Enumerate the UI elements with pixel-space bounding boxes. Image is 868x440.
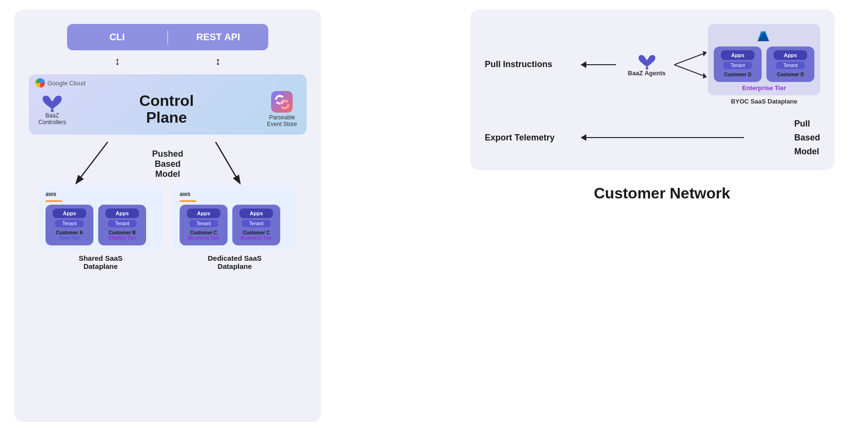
apps-badge-a: Apps xyxy=(53,208,86,218)
customer-d1-label: Customer D xyxy=(724,72,752,77)
arrow-up-down-2: ↕ xyxy=(216,56,221,67)
business-tier-label-2: Business Tier xyxy=(240,235,272,241)
baaz-to-byoc-arrows xyxy=(673,46,708,84)
byoc-inner-box: Apps Tenant Customer D Apps Tenant Custo… xyxy=(708,24,820,95)
google-cloud-icon xyxy=(35,78,45,88)
control-plane-box: Google Cloud BaaZControllers ControlPlan… xyxy=(29,74,307,135)
parseable-swirl-icon xyxy=(271,91,293,113)
baaz-controllers-label: BaaZControllers xyxy=(38,112,66,126)
svg-line-3 xyxy=(77,142,108,183)
export-telemetry-label: Export Telemetry xyxy=(485,133,576,143)
pull-model-text: PullBasedModel xyxy=(794,117,820,158)
tenant-badge-c2: Tenant xyxy=(242,220,271,227)
tenant-badge-c1: Tenant xyxy=(189,220,218,227)
right-inner-box: Pull Instructions BaaZ Agents xyxy=(470,10,834,170)
byoc-dataplane-label: BYOC SaaS Dataplane xyxy=(731,98,798,105)
pull-left-arrowhead xyxy=(581,61,586,68)
google-cloud-label: Google Cloud xyxy=(35,78,86,88)
tenant-card-c1: Apps Tenant Customer C Business Tier xyxy=(180,205,228,245)
export-left-arrowhead xyxy=(581,134,586,141)
export-arrow-line xyxy=(586,137,744,138)
shared-saas-panel: aws Apps Tenant Customer A Free Tier xyxy=(38,185,163,250)
apps-badge-d1: Apps xyxy=(721,50,754,60)
pushed-model-label: PushedBasedModel xyxy=(152,149,183,179)
business-tier-label-1: Business Tier xyxy=(188,235,219,241)
baaz-bird-icon xyxy=(40,93,64,112)
azure-icon xyxy=(757,30,771,44)
apps-badge-c2: Apps xyxy=(240,208,273,218)
baaz-controller: BaaZControllers xyxy=(38,93,66,126)
dedicated-saas-panel: aws Apps Tenant Customer C Business Tier xyxy=(172,185,297,250)
startup-tier-label: StartUp Tier xyxy=(108,235,136,241)
free-tier-label: Free Tier xyxy=(59,235,80,241)
svg-line-4 xyxy=(216,142,240,183)
tenant-card-b: Apps Tenant Customer B StartUp Tier xyxy=(98,205,146,245)
byoc-tenant-card-d2: Apps Tenant Customer D xyxy=(766,46,814,82)
cli-rest-bar: CLI REST API xyxy=(67,24,268,50)
customer-c1-label: Customer C xyxy=(190,230,217,235)
arrow-up-down-1: ↕ xyxy=(115,56,120,67)
azure-icon-container xyxy=(714,30,814,44)
bottom-panels: aws Apps Tenant Customer A Free Tier xyxy=(24,185,311,270)
customer-network-label: Customer Network xyxy=(594,185,731,202)
control-plane-text: ControlPlane xyxy=(71,93,262,126)
apps-badge-b: Apps xyxy=(105,208,139,218)
byoc-tenant-card-d1: Apps Tenant Customer D xyxy=(714,46,762,82)
svg-line-6 xyxy=(674,53,706,65)
apps-badge-c1: Apps xyxy=(187,208,220,218)
svg-point-2 xyxy=(281,101,288,108)
parseable-icon: ParseableEvent Store xyxy=(267,91,297,127)
rest-api-label: REST API xyxy=(168,32,268,43)
tenant-card-a: Apps Tenant Customer A Free Tier xyxy=(46,205,93,245)
tenant-card-c2: Apps Tenant Customer C Business Tier xyxy=(232,205,280,245)
aws-orange-line-shared xyxy=(46,200,62,202)
baaz-agents-bird-icon xyxy=(636,53,658,69)
aws-label-shared: aws xyxy=(46,191,57,197)
dedicated-tenant-cards: Apps Tenant Customer C Business Tier App… xyxy=(180,205,280,245)
baaz-agents-node: BaaZ Agents xyxy=(628,53,666,77)
customer-d2-label: Customer D xyxy=(777,72,804,77)
customer-network-container: Customer Network xyxy=(470,185,854,202)
pull-instructions-label: Pull Instructions xyxy=(485,59,576,69)
control-plane-heading: ControlPlane xyxy=(71,93,262,126)
shared-saas-label: Shared SaaSDataplane xyxy=(79,254,123,270)
enterprise-tier-label: Enterprise Tier xyxy=(714,84,814,92)
baaz-agents-label: BaaZ Agents xyxy=(628,69,666,77)
aws-label-dedicated: aws xyxy=(180,191,191,197)
shared-tenant-cards: Apps Tenant Customer A Free Tier Apps Te… xyxy=(46,205,146,245)
google-cloud-text: Google Cloud xyxy=(47,80,86,87)
left-panel: CLI REST API ↕ ↕ Google Cloud xyxy=(14,10,321,422)
dedicated-saas-label: Dedicated SaaSDataplane xyxy=(208,254,262,270)
customer-a-label: Customer A xyxy=(56,230,83,235)
tenant-badge-d1: Tenant xyxy=(723,62,752,69)
cli-label: CLI xyxy=(67,32,167,43)
tenant-badge-a: Tenant xyxy=(55,220,84,227)
right-panel: Pull Instructions BaaZ Agents xyxy=(470,10,854,202)
tenant-badge-d2: Tenant xyxy=(776,62,805,69)
export-telemetry-row: Export Telemetry PullBasedModel xyxy=(485,117,820,158)
tenant-badge-b: Tenant xyxy=(108,220,137,227)
diagram-container: CLI REST API ↕ ↕ Google Cloud xyxy=(0,0,868,440)
customer-c2-label: Customer C xyxy=(243,230,270,235)
byoc-tenant-section: Apps Tenant Customer D Apps Tenant Custo… xyxy=(708,24,820,105)
parseable-label: ParseableEvent Store xyxy=(267,114,297,127)
svg-line-7 xyxy=(674,65,706,77)
diagonal-arrows-svg xyxy=(673,46,708,84)
pull-arrow-line xyxy=(586,64,616,65)
pull-instructions-row: Pull Instructions BaaZ Agents xyxy=(485,24,820,105)
byoc-cards-row: Apps Tenant Customer D Apps Tenant Custo… xyxy=(714,46,814,82)
apps-badge-d2: Apps xyxy=(774,50,807,60)
aws-orange-line-dedicated xyxy=(180,200,196,202)
customer-b-label: Customer B xyxy=(109,230,136,235)
